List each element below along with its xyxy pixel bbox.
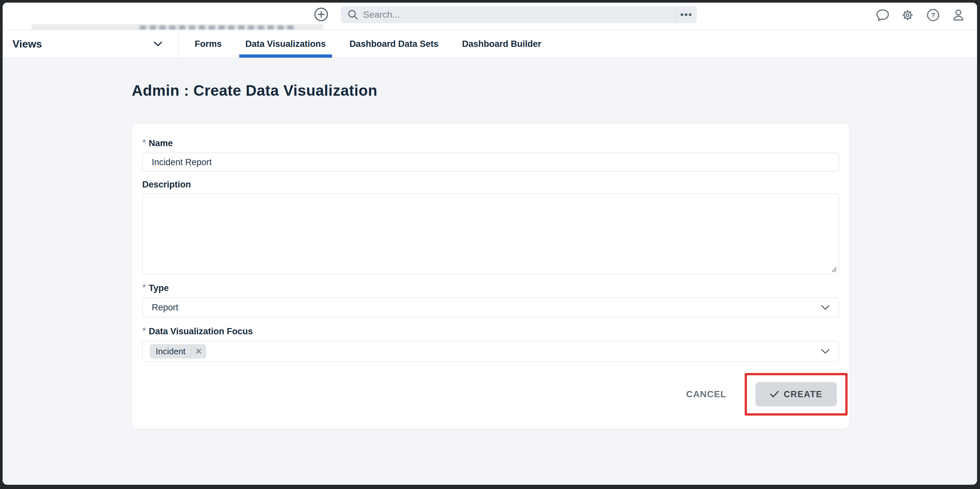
label-text: Type [149, 282, 169, 294]
blurred-label [140, 25, 297, 30]
search-bar: ••• [341, 6, 697, 23]
type-label: * Type [142, 282, 839, 294]
type-select-value: Report [152, 303, 178, 313]
label-text: Description [142, 179, 191, 190]
type-select[interactable]: Report [142, 298, 839, 317]
tab-label: Dashboard Builder [462, 39, 541, 49]
label-text: Data Visualization Focus [149, 326, 253, 337]
app-screen: ••• [3, 3, 977, 485]
description-field-wrap [142, 193, 839, 275]
page-title: Admin : Create Data Visualization [132, 81, 377, 99]
main-content: Admin : Create Data Visualization * Name… [3, 58, 977, 485]
search-icon [347, 9, 359, 20]
top-bar: ••• [3, 3, 977, 30]
cancel-button[interactable]: CANCEL [686, 389, 726, 400]
views-dropdown[interactable]: Views [3, 30, 178, 58]
required-marker: * [142, 326, 146, 336]
focus-multiselect[interactable]: Incident ✕ [142, 341, 839, 362]
tab-label: Forms [195, 39, 222, 49]
help-icon: ? [926, 8, 940, 22]
gear-icon [900, 8, 915, 22]
form-actions: CANCEL CREATE [142, 373, 839, 416]
tab-bar: Forms Data Visualizations Dashboard Data… [183, 30, 553, 58]
required-marker: * [142, 282, 146, 292]
nav-row: Views Forms Data Visualizations Dashboar… [3, 30, 977, 58]
chat-button[interactable] [875, 7, 891, 23]
description-textarea[interactable] [142, 193, 839, 275]
tab-dashboard-builder[interactable]: Dashboard Builder [450, 30, 553, 58]
create-button-label: CREATE [784, 389, 822, 400]
create-button[interactable]: CREATE [756, 382, 837, 406]
tab-dashboard-data-sets[interactable]: Dashboard Data Sets [337, 30, 450, 58]
required-marker: * [142, 138, 146, 148]
create-form-card: * Name Description * Type [132, 124, 849, 429]
check-icon [770, 390, 779, 398]
svg-text:?: ? [931, 11, 935, 19]
resize-grip-icon[interactable] [830, 266, 837, 273]
nav-divider [178, 30, 178, 58]
plus-circle-icon [314, 7, 328, 22]
search-more-button[interactable]: ••• [676, 6, 697, 23]
chevron-down-icon [820, 347, 830, 355]
window-frame: ••• [0, 0, 980, 489]
chip-label: Incident [150, 344, 191, 358]
redacted-text [32, 24, 323, 31]
search-input[interactable] [359, 6, 676, 23]
chevron-down-icon [820, 303, 830, 312]
views-label: Views [13, 38, 42, 50]
name-input[interactable] [142, 153, 839, 172]
add-button[interactable] [313, 6, 329, 22]
chevron-down-icon [153, 40, 163, 48]
user-button[interactable] [950, 7, 966, 23]
selected-chip-incident: Incident ✕ [150, 344, 206, 358]
tab-label: Data Visualizations [245, 39, 326, 49]
name-label: * Name [142, 138, 839, 149]
label-text: Name [149, 138, 173, 149]
tutorial-highlight-box: CREATE [745, 373, 848, 416]
tab-label: Dashboard Data Sets [349, 39, 439, 49]
settings-button[interactable] [900, 7, 915, 23]
tab-data-visualizations[interactable]: Data Visualizations [234, 30, 338, 58]
chip-remove-button[interactable]: ✕ [191, 344, 206, 358]
user-icon [951, 8, 965, 22]
active-tab-underline [239, 54, 332, 58]
focus-label: * Data Visualization Focus [142, 326, 839, 337]
chat-icon [876, 8, 889, 22]
tab-forms[interactable]: Forms [183, 30, 234, 58]
help-button[interactable]: ? [925, 7, 941, 23]
description-label: Description [142, 179, 839, 190]
